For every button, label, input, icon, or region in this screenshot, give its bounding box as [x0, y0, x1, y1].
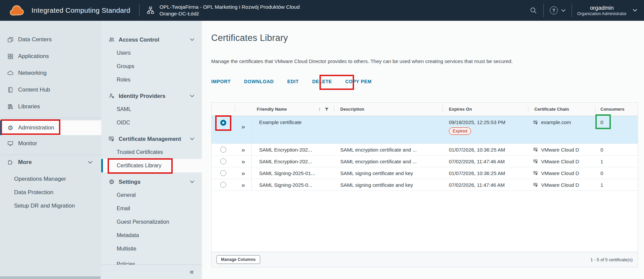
data-centers-icon: [7, 36, 14, 43]
table-row[interactable]: » SAML Signing-2025-0... SAML signing ce…: [212, 179, 638, 191]
sidebar-item-monitor[interactable]: Monitor: [0, 135, 101, 152]
column-header-description[interactable]: Description: [334, 103, 443, 116]
sidebar-item-label: More: [18, 159, 32, 166]
sidebar-item-setup-dr-migration[interactable]: Setup DR and Migration: [0, 199, 101, 213]
row-radio-cell: [212, 158, 235, 164]
help-chevron-down-icon: [561, 9, 566, 12]
subnav-group-settings[interactable]: ⚙ Settings: [101, 175, 202, 188]
certificate-icon: [108, 135, 115, 142]
sidebar-item-more[interactable]: More: [0, 155, 101, 170]
row-expand-cell: »: [235, 116, 252, 144]
subnav-item-email[interactable]: Email: [101, 202, 202, 215]
description: SAML signing certificate and key: [340, 182, 413, 188]
sidebar-item-libraries[interactable]: Libraries: [0, 98, 101, 115]
row-radio[interactable]: [220, 182, 226, 188]
friendly-name-cell: SAML Signing-2025-0...: [252, 182, 334, 188]
subnav-item-saml[interactable]: SAML: [101, 103, 202, 116]
certificate-chain[interactable]: VMware Cloud D: [541, 147, 579, 153]
subnav-item-multisite[interactable]: Multisite: [101, 242, 202, 256]
subnav-group-access-control[interactable]: Access Control: [101, 33, 202, 46]
user-role: Organization Administrator: [577, 11, 627, 16]
subnav-group-certificate-management[interactable]: Certificate Management: [101, 132, 202, 146]
certificate-chain-cell: example.com: [528, 116, 595, 125]
org-switcher[interactable]: OPL-TwojaFirma - OPL Marketing i Rozwój …: [146, 4, 300, 17]
chevron-down-icon: [190, 38, 194, 41]
column-header-certificate-chain[interactable]: Certificate Chain: [528, 103, 595, 116]
certificate-chain[interactable]: VMware Cloud D: [541, 159, 579, 164]
row-radio-cell: [212, 116, 235, 126]
edit-button[interactable]: EDIT: [287, 79, 299, 84]
sidebar-bottom-strip: [0, 276, 101, 279]
collapse-sidebar-icon[interactable]: «: [190, 268, 194, 276]
expand-row-icon[interactable]: »: [241, 158, 245, 165]
subnav-item-label: Trusted Certificates: [117, 149, 163, 155]
description: SAML signing certificate and key: [340, 170, 413, 176]
subnav-item-label: SAML: [117, 106, 131, 112]
download-button[interactable]: DOWNLOAD: [244, 79, 274, 84]
table-row[interactable]: » SAML Signing-2025-01... SAML signing c…: [212, 167, 638, 179]
org-name: OPL-TwojaFirma - OPL Marketing i Rozwój …: [160, 4, 300, 10]
subnav-item-metadata[interactable]: Metadata: [101, 229, 202, 242]
expand-row-icon[interactable]: »: [241, 147, 245, 153]
search-button[interactable]: [523, 0, 543, 21]
delete-button[interactable]: DELETE: [312, 79, 332, 84]
row-radio[interactable]: [220, 170, 226, 176]
consumers-cell: 1: [595, 182, 638, 188]
column-header-consumers[interactable]: Consumers: [595, 103, 638, 116]
expand-row-icon[interactable]: »: [241, 182, 245, 188]
row-radio-selected[interactable]: [220, 120, 226, 126]
column-header-expires-on[interactable]: Expires On: [443, 103, 528, 116]
description-cell: SAML encryption certificate and ...: [334, 159, 443, 164]
subnav-item-guest-personalization[interactable]: Guest Personalization: [101, 215, 202, 229]
sidebar-item-label: Monitor: [18, 140, 37, 147]
settings-gear-icon: ⚙: [108, 179, 115, 185]
sidebar-item-data-protection[interactable]: Data Protection: [0, 186, 101, 199]
copy-pem-button[interactable]: COPY PEM: [345, 79, 371, 84]
table-footer: Manage Columns 1 - 5 of 5 certificate(s): [212, 252, 638, 267]
subnav-item-general[interactable]: General: [101, 188, 202, 202]
subnav-group-identity-providers[interactable]: Identity Providers: [101, 89, 202, 103]
certificate-chain[interactable]: VMware Cloud D: [541, 170, 579, 176]
filter-icon[interactable]: [325, 107, 329, 111]
expires-on: 01/07/2026, 10:36:25 AM: [449, 147, 505, 153]
manage-columns-button[interactable]: Manage Columns: [217, 255, 260, 264]
sidebar-item-operations-manager[interactable]: Operations Manager: [0, 172, 101, 186]
content-hub-icon: [7, 87, 14, 93]
table-row[interactable]: » Example certificate 09/18/2025, 12:25:…: [212, 116, 638, 144]
subnav-item-roles[interactable]: Roles: [101, 73, 202, 87]
subnav-item-trusted-certificates[interactable]: Trusted Certificates: [101, 146, 202, 159]
table-row[interactable]: » SAML Encryption-202... SAML encryption…: [212, 156, 638, 167]
help-menu-button[interactable]: ?: [544, 0, 572, 21]
column-header-label: Consumers: [600, 107, 625, 112]
consumers-cell: 1: [595, 159, 638, 164]
certificate-chain-cell: VMware Cloud D: [528, 182, 595, 188]
certificate-chain[interactable]: VMware Cloud D: [541, 182, 579, 188]
expires-on: 01/07/2026, 10:36:25 AM: [449, 170, 505, 176]
sidebar-item-administration[interactable]: ⚙ Administration: [0, 120, 101, 135]
expand-row-icon[interactable]: »: [241, 123, 245, 130]
subnav-item-policies[interactable]: Policies: [101, 258, 202, 265]
certificate-icon: [533, 170, 539, 176]
consumers-count: 1: [600, 159, 603, 164]
sidebar-item-networking[interactable]: Networking: [0, 65, 101, 81]
certificate-chain[interactable]: example.com: [541, 119, 571, 125]
import-button[interactable]: IMPORT: [211, 79, 231, 84]
subnav-item-certificates-library[interactable]: Certificates Library: [101, 159, 202, 172]
consumers-cell: 0: [595, 170, 638, 176]
subnav-item-users[interactable]: Users: [101, 46, 202, 60]
expand-row-icon[interactable]: »: [241, 170, 245, 176]
user-menu[interactable]: orgadmin Organization Administrator: [572, 5, 644, 16]
sidebar-item-content-hub[interactable]: Content Hub: [0, 81, 101, 98]
administration-nav: Access Control Users Groups Roles Identi…: [101, 21, 202, 265]
sidebar-item-label: Networking: [18, 70, 47, 76]
row-radio[interactable]: [220, 147, 226, 153]
subnav-group-label: Identity Providers: [119, 93, 165, 99]
subnav-item-groups[interactable]: Groups: [101, 60, 202, 73]
sidebar-item-data-centers[interactable]: Data Centers: [0, 31, 101, 48]
table-row[interactable]: » SAML Encryption-202... SAML encryption…: [212, 144, 638, 156]
subnav-item-oidc[interactable]: OIDC: [101, 116, 202, 129]
sidebar-item-applications[interactable]: Applications: [0, 48, 101, 65]
column-header-friendly-name[interactable]: Friendly Name ↑: [252, 103, 334, 116]
row-radio[interactable]: [220, 158, 226, 164]
sort-ascending-icon[interactable]: ↑: [318, 106, 321, 112]
